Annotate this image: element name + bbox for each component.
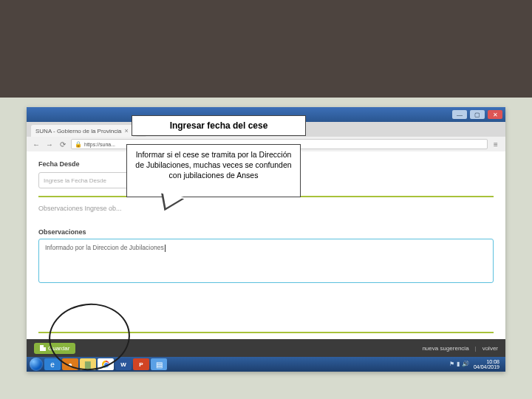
observaciones-label: Observaciones — [38, 228, 494, 236]
observaciones-hint: Observaciones Ingrese ob... — [38, 205, 494, 212]
window-close-button[interactable]: ✕ — [488, 110, 502, 119]
observaciones-input[interactable]: Informado por la Direccion de Jubilacion… — [38, 239, 494, 283]
save-icon — [40, 345, 46, 351]
action-bar-right: nueva sugerencia | volver — [422, 345, 498, 352]
taskbar-powerpoint-icon[interactable]: P — [133, 358, 149, 370]
tray-network-icon[interactable]: ▮ — [457, 361, 460, 367]
nueva-sugerencia-link[interactable]: nueva sugerencia — [422, 345, 468, 352]
callout-body-text: Informar si el cese se tramita por la Di… — [135, 150, 291, 180]
taskbar-word-icon[interactable]: W — [115, 358, 132, 370]
callout-body: Informar si el cese se tramita por la Di… — [126, 144, 301, 197]
taskbar-time: 10:08 — [474, 359, 499, 364]
observaciones-block: Observaciones Informado por la Direccion… — [38, 228, 494, 283]
tray-volume-icon[interactable]: 🔊 — [462, 361, 469, 367]
nav-forward-icon[interactable]: → — [44, 139, 55, 149]
taskbar-clock[interactable]: 10:08 04/04/2019 — [474, 359, 499, 369]
lock-icon: 🔒 — [75, 141, 82, 148]
nav-back-icon[interactable]: ← — [31, 139, 41, 149]
taskbar-app-icon[interactable]: ▤ — [151, 358, 167, 370]
settings-icon[interactable]: ≡ — [491, 139, 501, 149]
bar-separator: | — [475, 345, 477, 352]
system-tray[interactable]: ⚑ ▮ 🔊 — [449, 361, 469, 367]
text-caret — [165, 245, 166, 252]
window-maximize-button[interactable]: ▢ — [470, 110, 485, 119]
window-minimize-button[interactable]: — — [452, 110, 467, 119]
observaciones-value: Informado por la Direccion de Jubilacion… — [45, 244, 164, 251]
start-button[interactable] — [30, 358, 43, 371]
taskbar-ie-icon[interactable]: e — [44, 358, 61, 370]
callout-title-text: Ingresar fecha del cese — [170, 120, 268, 131]
fecha-desde-placeholder: Ingrese la Fecha Desde — [44, 177, 106, 184]
nav-reload-icon[interactable]: ⟳ — [58, 139, 68, 149]
volver-link[interactable]: volver — [482, 345, 498, 352]
browser-tab[interactable]: SUNA - Gobierno de la Provincia × — [31, 125, 133, 137]
tab-title: SUNA - Gobierno de la Provincia — [35, 128, 122, 134]
tray-flag-icon[interactable]: ⚑ — [449, 361, 454, 367]
callout-title: Ingresar fecha del cese — [132, 115, 306, 136]
slide-header-band — [0, 0, 532, 98]
tab-close-icon[interactable]: × — [125, 127, 129, 134]
address-url: https://suna... — [84, 142, 115, 147]
taskbar-date: 04/04/2019 — [474, 364, 499, 369]
taskbar-right: ⚑ ▮ 🔊 10:08 04/04/2019 — [449, 359, 502, 369]
